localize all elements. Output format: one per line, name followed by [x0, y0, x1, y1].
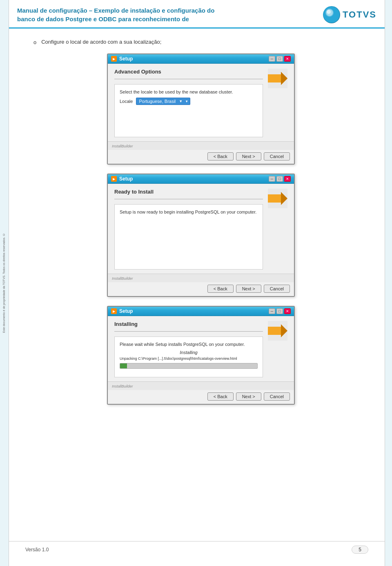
title-bar-left-3: Setup — [111, 308, 133, 314]
buttons-row-1: < Back Next > Cancel — [108, 150, 294, 164]
window-icon-right-3 — [268, 321, 287, 377]
back-button-1[interactable]: < Back — [207, 152, 234, 160]
back-button-3[interactable]: < Back — [207, 392, 234, 401]
header-logo: TOTVS — [323, 6, 376, 23]
window-title-3: Setup — [119, 308, 133, 314]
window-title-1: Setup — [119, 56, 133, 62]
right-watermark — [385, 0, 392, 566]
totvs-logo: TOTVS — [323, 6, 376, 23]
window-content-3: Installing Please wait while Setup insta… — [114, 321, 263, 377]
section-heading-1: Advanced Options — [114, 69, 263, 75]
window-controls-2: ─ □ ✕ — [269, 176, 291, 182]
unpacking-text: Unpacking C:\Program [...].5\doc\postgre… — [120, 357, 258, 361]
setup-window-3: Setup ─ □ ✕ Installing Please wait while… — [107, 306, 295, 405]
watermark-text: Este documento é de propriedade da TOTVS… — [2, 233, 6, 333]
close-button-2[interactable]: ✕ — [284, 176, 291, 182]
setup-window-2: Setup ─ □ ✕ Ready to Install Setup is no… — [107, 174, 295, 297]
section-divider-2 — [114, 199, 263, 199]
left-watermark: Este documento é de propriedade da TOTVS… — [0, 0, 9, 566]
white-area-2: Setup is now ready to begin installing P… — [114, 204, 263, 270]
header: Manual de configuração – Exemplo de inst… — [9, 0, 385, 29]
footer: Versão 1.0 5 — [9, 541, 385, 558]
locale-row: Locale Portuguese, Brasil ▼ — [120, 98, 258, 105]
installing-label: Installing — [120, 350, 258, 355]
window-title-2: Setup — [119, 176, 133, 182]
bullet: o — [33, 39, 36, 45]
window-controls-3: ─ □ ✕ — [269, 308, 291, 314]
svg-point-2 — [327, 10, 331, 14]
setup-icon-1 — [111, 56, 117, 62]
setup-icon-2 — [111, 176, 117, 182]
arrow-icon-1 — [268, 69, 287, 88]
progress-fill — [120, 363, 127, 368]
progress-bar — [120, 363, 258, 369]
next-button-1[interactable]: Next > — [236, 152, 261, 160]
window-body-2: Ready to Install Setup is now ready to b… — [108, 184, 294, 274]
footer-page: 5 — [352, 546, 368, 554]
locale-label: Locale — [120, 99, 133, 104]
white-area-3: Please wait while Setup installs Postgre… — [114, 336, 263, 377]
maximize-button-1[interactable]: □ — [276, 56, 283, 62]
svg-point-0 — [323, 7, 340, 23]
svg-rect-9 — [268, 194, 281, 203]
section-divider-3 — [114, 331, 263, 332]
cancel-button-2[interactable]: Cancel — [264, 285, 290, 293]
title-bar-1: Setup ─ □ ✕ — [108, 54, 294, 64]
window-content-1: Advanced Options Select the locale to be… — [114, 69, 263, 137]
svg-point-1 — [326, 9, 333, 16]
content-text-3: Please wait while Setup installs Postgre… — [120, 342, 258, 347]
section-heading-2: Ready to Install — [114, 189, 263, 195]
totvs-text: TOTVS — [343, 9, 376, 20]
cancel-button-3[interactable]: Cancel — [264, 392, 290, 401]
minimize-button-1[interactable]: ─ — [269, 56, 275, 62]
title-bar-left-1: Setup — [111, 56, 133, 62]
content-text-1: Select the locale to be used by the new … — [120, 89, 258, 94]
dropdown-arrow: ▼ — [179, 99, 183, 103]
window-bottom-3: InstallBuilder — [108, 381, 294, 390]
install-builder-1: InstallBuilder — [112, 144, 133, 148]
intro-section: o Configure o local de acordo com a sua … — [33, 39, 368, 45]
install-builder-3: InstallBuilder — [112, 384, 133, 388]
title-bar-left-2: Setup — [111, 176, 133, 182]
maximize-button-2[interactable]: □ — [276, 176, 283, 182]
svg-rect-12 — [268, 327, 281, 335]
window-bottom-1: InstallBuilder — [108, 141, 294, 150]
footer-version: Versão 1.0 — [25, 547, 49, 553]
white-area-1: Select the locale to be used by the new … — [114, 84, 263, 137]
main-content: Manual de configuração – Exemplo de inst… — [9, 0, 385, 422]
next-button-3[interactable]: Next > — [236, 392, 261, 401]
header-title: Manual de configuração – Exemplo de inst… — [17, 6, 315, 23]
window-body-1: Advanced Options Select the locale to be… — [108, 64, 294, 141]
page-body: o Configure o local de acordo com a sua … — [9, 29, 385, 422]
svg-rect-6 — [268, 74, 281, 82]
close-button-1[interactable]: ✕ — [284, 56, 291, 62]
window-icon-right-2 — [268, 189, 287, 270]
back-button-2[interactable]: < Back — [207, 285, 234, 293]
totvs-circle-icon — [323, 6, 340, 23]
arrow-icon-2 — [268, 189, 287, 208]
window-controls-1: ─ □ ✕ — [269, 56, 291, 62]
window-bottom-2: InstallBuilder — [108, 274, 294, 282]
page-title: Manual de configuração – Exemplo de inst… — [17, 6, 315, 23]
locale-select[interactable]: Portuguese, Brasil ▼ — [136, 98, 190, 105]
minimize-button-2[interactable]: ─ — [269, 176, 275, 182]
buttons-row-3: < Back Next > Cancel — [108, 390, 294, 404]
content-text-2: Setup is now ready to begin installing P… — [120, 209, 258, 214]
section-divider-1 — [114, 79, 263, 79]
install-builder-2: InstallBuilder — [112, 276, 133, 281]
maximize-button-3[interactable]: □ — [276, 308, 283, 314]
setup-icon-3 — [111, 308, 117, 314]
setup-window-1: Setup ─ □ ✕ Advanced Options Select the … — [107, 53, 295, 165]
section-heading-3: Installing — [114, 321, 263, 327]
window-content-2: Ready to Install Setup is now ready to b… — [114, 189, 263, 270]
close-button-3[interactable]: ✕ — [284, 308, 291, 314]
arrow-icon-3 — [268, 321, 287, 341]
minimize-button-3[interactable]: ─ — [269, 308, 275, 314]
cancel-button-1[interactable]: Cancel — [264, 152, 290, 160]
window-icon-right-1 — [268, 69, 287, 137]
next-button-2[interactable]: Next > — [236, 285, 261, 293]
title-bar-2: Setup ─ □ ✕ — [108, 174, 294, 184]
intro-text: Configure o local de acordo com a sua lo… — [41, 39, 161, 45]
title-bar-3: Setup ─ □ ✕ — [108, 307, 294, 316]
buttons-row-2: < Back Next > Cancel — [108, 282, 294, 296]
